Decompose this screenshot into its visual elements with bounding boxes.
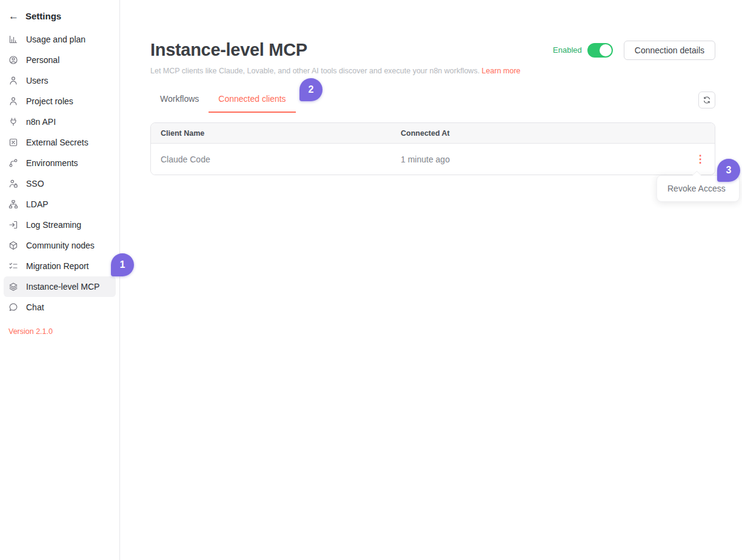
checklist-icon bbox=[8, 261, 18, 271]
sidebar-item-personal[interactable]: Personal bbox=[4, 50, 116, 70]
sidebar-item-migration-report[interactable]: Migration Report bbox=[4, 256, 116, 276]
settings-back-header[interactable]: ← Settings bbox=[0, 5, 119, 27]
sidebar-item-label: Usage and plan bbox=[26, 35, 85, 44]
bar-chart-icon bbox=[8, 35, 18, 44]
sidebar-item-instance-level-mcp[interactable]: Instance-level MCP bbox=[4, 276, 116, 297]
learn-more-link[interactable]: Learn more bbox=[482, 67, 521, 75]
connected-at-cell: 1 minute ago bbox=[401, 155, 686, 164]
sidebar-item-label: Migration Report bbox=[26, 261, 89, 271]
version-label: Version 2.1.0 bbox=[0, 327, 119, 336]
column-header-connected-at: Connected At bbox=[401, 129, 686, 138]
sidebar-item-sso[interactable]: SSO bbox=[4, 173, 116, 194]
annotation-badge-2: 2 bbox=[299, 78, 323, 101]
sidebar-item-usage-and-plan[interactable]: Usage and plan bbox=[4, 29, 116, 50]
user-circle-icon bbox=[8, 55, 18, 65]
column-header-client-name: Client Name bbox=[151, 129, 401, 138]
git-branch-icon bbox=[8, 158, 18, 168]
tabs-row: Workflows Connected clients bbox=[150, 90, 715, 113]
connected-clients-table: Client Name Connected At Claude Code 1 m… bbox=[150, 122, 715, 175]
sidebar-item-ldap[interactable]: LDAP bbox=[4, 194, 116, 215]
settings-nav: Usage and plan Personal Users Project ro… bbox=[0, 27, 119, 318]
mcp-enabled-toggle[interactable] bbox=[587, 43, 613, 58]
table-header-row: Client Name Connected At bbox=[151, 123, 715, 144]
user-lock-icon bbox=[8, 179, 18, 188]
sidebar-item-log-streaming[interactable]: Log Streaming bbox=[4, 215, 116, 235]
table-row: Claude Code 1 minute ago ⋮ bbox=[151, 144, 715, 175]
cube-icon bbox=[8, 241, 18, 250]
annotation-badge-3: 3 bbox=[717, 159, 740, 182]
tab-connected-clients[interactable]: Connected clients bbox=[209, 90, 295, 113]
page-header: Instance-level MCP Enabled Connection de… bbox=[150, 40, 715, 60]
back-arrow-icon[interactable]: ← bbox=[8, 11, 19, 21]
sidebar-item-label: Chat bbox=[26, 302, 44, 312]
row-actions-menu-icon[interactable]: ⋮ bbox=[695, 154, 706, 164]
tabs: Workflows Connected clients bbox=[150, 90, 296, 113]
connection-details-button[interactable]: Connection details bbox=[624, 41, 715, 60]
user-icon bbox=[8, 76, 18, 85]
sidebar-item-label: Community nodes bbox=[26, 241, 95, 250]
tab-workflows[interactable]: Workflows bbox=[150, 90, 209, 113]
layers-icon bbox=[8, 282, 18, 292]
sidebar-item-project-roles[interactable]: Project roles bbox=[4, 91, 116, 112]
enable-group: Enabled bbox=[553, 43, 613, 58]
sidebar-item-label: Environments bbox=[26, 158, 78, 168]
sidebar-item-environments[interactable]: Environments bbox=[4, 153, 116, 173]
sidebar-item-label: LDAP bbox=[26, 199, 48, 209]
sidebar-title: Settings bbox=[25, 11, 61, 21]
vault-icon bbox=[8, 138, 18, 147]
enabled-label: Enabled bbox=[553, 45, 582, 55]
chat-bubble-icon bbox=[8, 302, 18, 312]
refresh-icon bbox=[703, 96, 711, 104]
sidebar-item-community-nodes[interactable]: Community nodes bbox=[4, 235, 116, 256]
sidebar-item-label: Instance-level MCP bbox=[26, 282, 99, 292]
sidebar-item-label: Users bbox=[26, 76, 48, 85]
sidebar-item-label: Project roles bbox=[26, 96, 73, 106]
page-subtitle: Let MCP clients like Claude, Lovable, an… bbox=[150, 67, 715, 75]
sitemap-icon bbox=[8, 199, 18, 209]
sidebar-item-chat[interactable]: Chat bbox=[4, 297, 116, 318]
annotation-badge-1: 1 bbox=[111, 253, 134, 276]
refresh-button[interactable] bbox=[698, 92, 715, 108]
page-title: Instance-level MCP bbox=[150, 40, 307, 60]
plug-icon bbox=[8, 117, 18, 127]
main-content: Instance-level MCP Enabled Connection de… bbox=[121, 0, 742, 560]
toggle-knob bbox=[600, 44, 612, 56]
sidebar-item-label: SSO bbox=[26, 179, 44, 188]
settings-sidebar: ← Settings Usage and plan Personal Users bbox=[0, 0, 120, 560]
user-icon bbox=[8, 96, 18, 106]
sidebar-item-external-secrets[interactable]: External Secrets bbox=[4, 132, 116, 153]
sidebar-item-n8n-api[interactable]: n8n API bbox=[4, 112, 116, 132]
sidebar-item-label: External Secrets bbox=[26, 138, 89, 147]
sidebar-item-label: n8n API bbox=[26, 117, 56, 127]
sidebar-item-label: Log Streaming bbox=[26, 220, 81, 230]
sidebar-item-label: Personal bbox=[26, 55, 59, 65]
sidebar-item-users[interactable]: Users bbox=[4, 70, 116, 91]
client-name-cell: Claude Code bbox=[151, 155, 401, 164]
log-in-icon bbox=[8, 220, 18, 230]
subtitle-text: Let MCP clients like Claude, Lovable, an… bbox=[150, 67, 480, 75]
